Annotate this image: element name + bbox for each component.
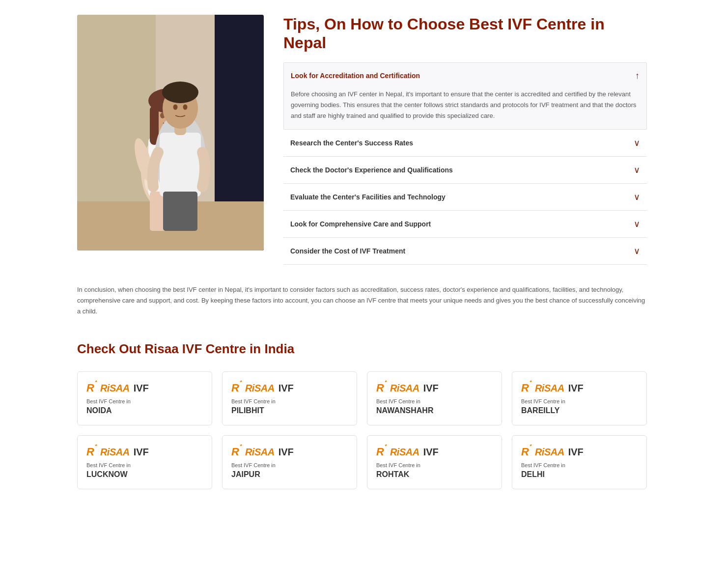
accordion-header-facilities[interactable]: Evaluate the Center's Facilities and Tec… xyxy=(283,184,647,210)
ivf-card-nawanshahr[interactable]: R RiSAA IVF Best IVF Centre in NAWANSHAH… xyxy=(367,371,502,425)
ivf-label-2: IVF xyxy=(278,383,294,394)
checkout-title: Check Out Risaa IVF Centre in India xyxy=(77,341,647,357)
risaa-r-icon-3: R xyxy=(376,382,384,394)
ivf-card-bareilly[interactable]: R RiSAA IVF Best IVF Centre in BAREILLY xyxy=(512,371,647,425)
svg-rect-19 xyxy=(160,133,201,196)
risaa-text-7: RiSAA xyxy=(390,447,419,458)
risaa-logo-jaipur: R RiSAA IVF xyxy=(231,446,348,458)
risaa-logo-nawanshahr: R RiSAA IVF xyxy=(376,382,493,394)
ivf-card-jaipur[interactable]: R RiSAA IVF Best IVF Centre in JAIPUR xyxy=(222,435,357,489)
accordion-item-success-rates: Research the Center's Success Rates xyxy=(283,130,647,157)
risaa-r-icon: R xyxy=(86,382,94,394)
ivf-label-8: IVF xyxy=(568,447,584,458)
accordion-item-facilities: Evaluate the Center's Facilities and Tec… xyxy=(283,184,647,211)
ivf-card-rohtak[interactable]: R RiSAA IVF Best IVF Centre in ROHTAK xyxy=(367,435,502,489)
accordion-item-doctor-experience: Check the Doctor's Experience and Qualif… xyxy=(283,157,647,184)
risaa-logo-rohtak: R RiSAA IVF xyxy=(376,446,493,458)
accordion-header-doctor-experience[interactable]: Check the Doctor's Experience and Qualif… xyxy=(283,157,647,183)
best-ivf-label-jaipur: Best IVF Centre in xyxy=(231,462,348,468)
risaa-text-3: RiSAA xyxy=(390,383,419,394)
best-ivf-label-lucknow: Best IVF Centre in xyxy=(86,462,203,468)
best-ivf-label-delhi: Best IVF Centre in xyxy=(521,462,638,468)
cards-grid-row2: R RiSAA IVF Best IVF Centre in LUCKNOW R… xyxy=(77,435,647,489)
accordion-icon-success-rates xyxy=(634,138,640,148)
cards-grid-row1: R RiSAA IVF Best IVF Centre in NOIDA R R… xyxy=(77,371,647,425)
risaa-r-icon-6: R xyxy=(231,446,239,458)
best-ivf-label-pilibhit: Best IVF Centre in xyxy=(231,398,348,404)
couple-image xyxy=(77,15,264,251)
checkout-section: Check Out Risaa IVF Centre in India R Ri… xyxy=(77,341,647,489)
accordion-header-care-support[interactable]: Look for Comprehensive Care and Support xyxy=(283,211,647,237)
accordion-icon-doctor-experience xyxy=(634,165,640,175)
accordion-label-doctor-experience: Check the Doctor's Experience and Qualif… xyxy=(290,166,453,174)
risaa-logo-lucknow: R RiSAA IVF xyxy=(86,446,203,458)
accordion-icon-accreditation xyxy=(635,71,640,81)
risaa-r-icon-4: R xyxy=(521,382,529,394)
svg-point-22 xyxy=(162,82,198,103)
accordion-icon-cost xyxy=(634,246,640,256)
risaa-r-icon-5: R xyxy=(86,446,94,458)
risaa-logo-pilibhit: R RiSAA IVF xyxy=(231,382,348,394)
city-rohtak: ROHTAK xyxy=(376,470,493,479)
svg-point-23 xyxy=(173,105,178,110)
accordion-label-accreditation: Look for Accreditation and Certification xyxy=(291,72,420,80)
ivf-card-lucknow[interactable]: R RiSAA IVF Best IVF Centre in LUCKNOW xyxy=(77,435,212,489)
risaa-text-5: RiSAA xyxy=(100,447,130,458)
risaa-r-icon-7: R xyxy=(376,446,384,458)
accordion-header-cost[interactable]: Consider the Cost of IVF Treatment xyxy=(283,238,647,264)
accordion-label-success-rates: Research the Center's Success Rates xyxy=(290,139,413,147)
best-ivf-label-bareilly: Best IVF Centre in xyxy=(521,398,638,404)
ivf-card-pilibhit[interactable]: R RiSAA IVF Best IVF Centre in PILIBHIT xyxy=(222,371,357,425)
accordion: Look for Accreditation and Certification… xyxy=(283,62,647,265)
ivf-label-3: IVF xyxy=(423,383,439,394)
risaa-logo-noida: R RiSAA IVF xyxy=(86,382,203,394)
accordion-icon-care-support xyxy=(634,219,640,229)
risaa-logo-bareilly: R RiSAA IVF xyxy=(521,382,638,394)
risaa-text-2: RiSAA xyxy=(245,383,275,394)
ivf-label: IVF xyxy=(134,383,149,394)
risaa-text: RiSAA xyxy=(100,383,130,394)
svg-rect-25 xyxy=(163,192,197,231)
ivf-card-noida[interactable]: R RiSAA IVF Best IVF Centre in NOIDA xyxy=(77,371,212,425)
ivf-label-4: IVF xyxy=(568,383,584,394)
accordion-header-success-rates[interactable]: Research the Center's Success Rates xyxy=(283,130,647,156)
ivf-label-5: IVF xyxy=(134,447,149,458)
city-lucknow: LUCKNOW xyxy=(86,470,203,479)
city-noida: NOIDA xyxy=(86,406,203,415)
city-delhi: DELHI xyxy=(521,470,638,479)
accordion-label-cost: Consider the Cost of IVF Treatment xyxy=(290,247,405,255)
accordion-label-care-support: Look for Comprehensive Care and Support xyxy=(290,220,431,228)
conclusion-text: In conclusion, when choosing the best IV… xyxy=(77,284,647,317)
city-nawanshahr: NAWANSHAHR xyxy=(376,406,493,415)
accordion-header-accreditation[interactable]: Look for Accreditation and Certification xyxy=(284,63,646,89)
accordion-icon-facilities xyxy=(634,192,640,202)
risaa-logo-delhi: R RiSAA IVF xyxy=(521,446,638,458)
city-bareilly: BAREILLY xyxy=(521,406,638,415)
best-ivf-label-noida: Best IVF Centre in xyxy=(86,398,203,404)
right-content: Tips, On How to Choose Best IVF Centre i… xyxy=(283,15,647,265)
accordion-item-cost: Consider the Cost of IVF Treatment xyxy=(283,238,647,265)
risaa-text-6: RiSAA xyxy=(245,447,275,458)
best-ivf-label-nawanshahr: Best IVF Centre in xyxy=(376,398,493,404)
city-jaipur: JAIPUR xyxy=(231,470,348,479)
risaa-r-icon-8: R xyxy=(521,446,529,458)
risaa-r-icon-2: R xyxy=(231,382,239,394)
ivf-label-6: IVF xyxy=(278,447,294,458)
risaa-text-8: RiSAA xyxy=(535,447,564,458)
accordion-label-facilities: Evaluate the Center's Facilities and Tec… xyxy=(290,193,446,201)
ivf-label-7: IVF xyxy=(423,447,439,458)
ivf-card-delhi[interactable]: R RiSAA IVF Best IVF Centre in DELHI xyxy=(512,435,647,489)
city-pilibhit: PILIBHIT xyxy=(231,406,348,415)
svg-point-24 xyxy=(183,105,188,110)
risaa-text-4: RiSAA xyxy=(535,383,564,394)
accordion-body-accreditation: Before choosing an IVF center in Nepal, … xyxy=(284,89,646,129)
page-title: Tips, On How to Choose Best IVF Centre i… xyxy=(283,15,647,53)
accordion-item-accreditation: Look for Accreditation and Certification… xyxy=(283,62,647,130)
best-ivf-label-rohtak: Best IVF Centre in xyxy=(376,462,493,468)
accordion-item-care-support: Look for Comprehensive Care and Support xyxy=(283,211,647,238)
top-section: Tips, On How to Choose Best IVF Centre i… xyxy=(77,15,647,265)
